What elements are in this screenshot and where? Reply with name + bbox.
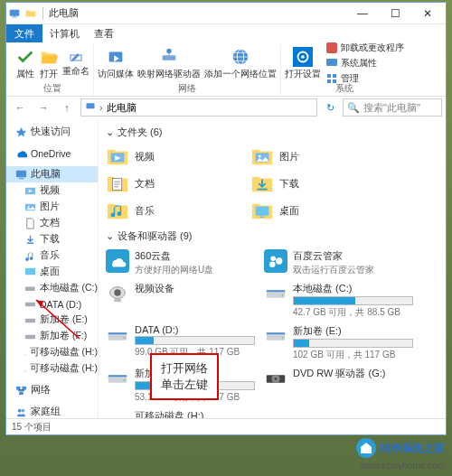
search-input[interactable]: 🔍 搜索"此电脑" — [343, 98, 442, 117]
sidebar-quick-access[interactable]: 快速访问 — [6, 124, 98, 140]
open-button[interactable]: 打开 — [39, 47, 59, 80]
sidebar-item[interactable]: 可移动磁盘 (H:) — [6, 360, 98, 377]
item-icon — [24, 234, 36, 246]
item-icon — [24, 283, 36, 294]
sidebar-network[interactable]: 网络 — [6, 382, 98, 398]
svg-point-40 — [270, 256, 276, 261]
svg-point-44 — [114, 289, 120, 295]
svg-point-42 — [269, 261, 276, 267]
drive-item[interactable]: 百度云管家双击运行百度云管家 — [264, 247, 413, 279]
refresh-button[interactable]: ↻ — [321, 98, 339, 117]
statusbar: 15 个项目 — [6, 418, 446, 434]
maximize-button[interactable]: ☐ — [379, 4, 411, 23]
sidebar-item[interactable]: DATA (D:) — [6, 296, 98, 312]
folder-icon — [250, 173, 274, 194]
folder-item[interactable]: 桌面 — [250, 197, 395, 224]
folder-item[interactable]: 文档 — [106, 170, 250, 197]
sidebar-onedrive[interactable]: OneDrive — [6, 145, 98, 161]
address-field[interactable]: › 此电脑 — [80, 98, 317, 117]
drive-item[interactable]: 360云盘方便好用的网络U盘 — [106, 247, 255, 279]
map-drive-button[interactable]: 映射网络驱动器 — [137, 47, 201, 80]
menu-file[interactable]: 文件 — [6, 24, 42, 42]
watermark-logo-icon — [356, 438, 376, 458]
folder-item[interactable]: 下载 — [250, 170, 395, 197]
svg-rect-29 — [19, 391, 24, 395]
settings-icon — [293, 47, 313, 67]
drive-item[interactable]: 视频设备 — [106, 279, 255, 322]
rename-button[interactable]: 重命名 — [62, 50, 89, 78]
open-folder-icon — [39, 47, 59, 67]
folder-item[interactable]: 音乐 — [106, 197, 250, 224]
item-icon — [24, 218, 36, 229]
content-area: 快速访问 OneDrive 此电脑 视频图片文档下载音乐桌面本地磁盘 (C:)D… — [6, 118, 446, 418]
svg-point-51 — [124, 337, 126, 339]
search-placeholder: 搜索"此电脑" — [363, 101, 420, 115]
sidebar-this-pc[interactable]: 此电脑 — [6, 166, 98, 182]
menu-view[interactable]: 查看 — [87, 27, 121, 41]
drive-item[interactable]: 新加卷 (E:)102 GB 可用，共 117 GB — [264, 322, 413, 364]
ribbon-group-system-label: 系统 — [335, 82, 353, 95]
sidebar-item-label: DATA (D:) — [40, 299, 81, 310]
drive-icon — [106, 282, 129, 305]
item-icon — [24, 298, 36, 310]
svg-rect-25 — [24, 354, 25, 355]
sidebar-homegroup[interactable]: 家庭组 — [6, 404, 98, 418]
access-media-label: 访问媒体 — [98, 68, 134, 80]
open-settings-button[interactable]: 打开设置 — [285, 47, 321, 80]
svg-rect-26 — [24, 370, 25, 371]
menu-computer[interactable]: 计算机 — [42, 27, 87, 41]
sidebar-item-label: 音乐 — [40, 249, 60, 262]
drive-sub: 双击运行百度云管家 — [293, 264, 413, 276]
folders-list: 视频图片文档下载音乐桌面 — [106, 143, 438, 224]
svg-point-60 — [275, 378, 278, 380]
svg-rect-27 — [16, 386, 21, 389]
nav-up-button[interactable]: ↑ — [57, 98, 77, 117]
access-media-button[interactable]: 访问媒体 — [98, 47, 134, 80]
drive-icon — [106, 409, 129, 418]
folder-item[interactable]: 视频 — [106, 143, 250, 170]
map-drive-label: 映射网络驱动器 — [137, 68, 201, 80]
add-location-button[interactable]: 添加一个网络位置 — [204, 47, 277, 80]
sidebar-item[interactable]: 桌面 — [6, 264, 98, 280]
drive-item[interactable]: 本地磁盘 (C:)42.7 GB 可用，共 88.5 GB — [264, 279, 413, 322]
callout-line1: 打开网络 — [161, 360, 208, 377]
nav-back-button[interactable]: ← — [10, 98, 30, 117]
drive-usage-bar — [135, 336, 255, 345]
drive-item[interactable]: 可移动磁盘 (H:)0.98 GB 可用，共 7.60 GB — [106, 406, 255, 418]
system-props-button[interactable]: 系统属性 — [325, 56, 404, 70]
separator — [42, 7, 43, 20]
item-icon — [24, 266, 36, 278]
section-folders-header[interactable]: ⌄文件夹 (6) — [106, 126, 438, 139]
close-button[interactable]: ✕ — [411, 4, 444, 23]
uninstall-button[interactable]: 卸载或更改程序 — [325, 41, 404, 55]
folder-small-icon[interactable] — [24, 7, 37, 20]
svg-rect-22 — [25, 303, 35, 307]
sidebar-item[interactable]: 新加卷 (E:) — [6, 312, 98, 328]
sidebar-item-label: 桌面 — [40, 266, 60, 278]
sidebar-item-label: 可移动磁盘 (H:) — [30, 362, 98, 375]
sidebar-item[interactable]: 可移动磁盘 (H:) — [6, 344, 98, 360]
rename-label: 重命名 — [62, 65, 89, 78]
folder-icon — [106, 145, 129, 167]
sidebar-item[interactable]: 视频 — [6, 182, 98, 199]
item-icon — [24, 331, 36, 342]
properties-button[interactable]: 属性 — [15, 47, 35, 80]
drive-name: 百度云管家 — [293, 249, 413, 263]
item-icon — [24, 347, 26, 359]
sidebar-item-label: 图片 — [40, 201, 60, 213]
svg-rect-28 — [22, 386, 26, 389]
sidebar-item[interactable]: 本地磁盘 (C:) — [6, 280, 98, 296]
nav-forward-button[interactable]: → — [33, 98, 53, 117]
minimize-button[interactable]: — — [346, 4, 379, 23]
sidebar-item[interactable]: 音乐 — [6, 247, 98, 264]
drive-item[interactable]: DVD RW 驱动器 (G:) — [264, 364, 413, 406]
navigation-pane: 快速访问 OneDrive 此电脑 视频图片文档下载音乐桌面本地磁盘 (C:)D… — [6, 118, 99, 418]
svg-rect-1 — [12, 16, 16, 17]
folder-item[interactable]: 图片 — [250, 143, 395, 170]
sidebar-item[interactable]: 文档 — [6, 215, 98, 231]
section-drives-header[interactable]: ⌄设备和驱动器 (9) — [106, 229, 438, 243]
sidebar-item[interactable]: 下载 — [6, 231, 98, 247]
sidebar-item[interactable]: 新加卷 (F:) — [6, 328, 98, 344]
window-title: 此电脑 — [49, 6, 79, 20]
sidebar-item[interactable]: 图片 — [6, 199, 98, 215]
